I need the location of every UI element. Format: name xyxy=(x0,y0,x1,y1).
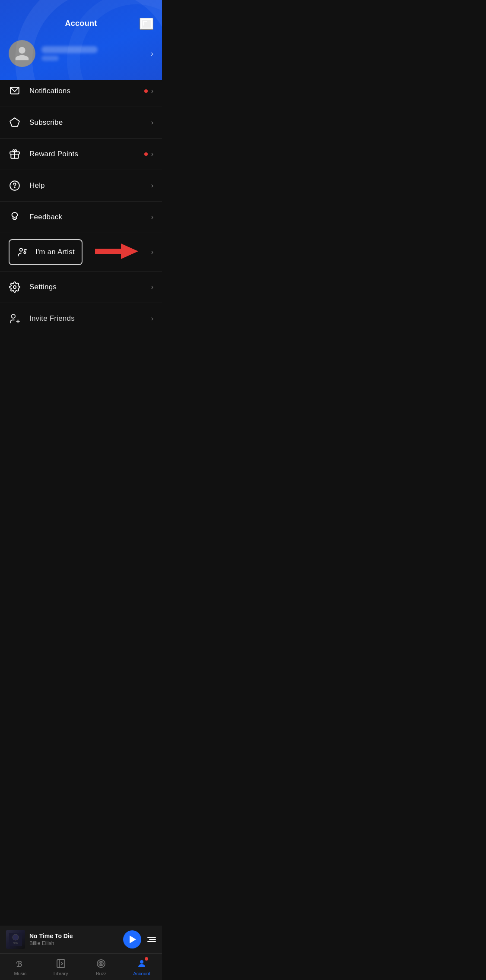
user-silhouette-icon xyxy=(14,45,30,62)
help-left: Help xyxy=(9,180,45,192)
header-section: Account › xyxy=(0,0,162,80)
menu-item-notifications[interactable]: Notifications › xyxy=(0,76,162,107)
feedback-icon xyxy=(9,211,21,223)
notifications-chevron-icon: › xyxy=(151,87,153,95)
menu-item-invite[interactable]: Invite Friends › xyxy=(0,303,162,334)
notifications-badge xyxy=(144,89,148,93)
svg-point-8 xyxy=(20,248,23,251)
subscribe-right: › xyxy=(151,119,153,126)
artist-svg xyxy=(17,247,28,258)
svg-point-13 xyxy=(13,286,16,289)
settings-label: Settings xyxy=(29,283,57,291)
menu-item-reward-points[interactable]: Reward Points › xyxy=(0,139,162,170)
scan-icon xyxy=(141,19,152,28)
menu-item-artist[interactable]: I'm an Artist › xyxy=(0,233,162,272)
subscribe-label: Subscribe xyxy=(29,118,63,127)
notifications-left: Notifications xyxy=(9,85,70,97)
invite-svg xyxy=(9,313,20,324)
artist-icon xyxy=(16,246,29,258)
profile-subtitle-blurred xyxy=(41,56,59,61)
menu-section: Notifications › Subscribe › xyxy=(0,76,162,369)
invite-right: › xyxy=(151,315,153,322)
scan-button[interactable] xyxy=(140,18,153,30)
svg-line-11 xyxy=(25,250,26,250)
help-right: › xyxy=(151,182,153,190)
menu-item-feedback[interactable]: Feedback › xyxy=(0,202,162,233)
reward-chevron-icon: › xyxy=(151,150,153,158)
help-chevron-icon: › xyxy=(151,182,153,190)
menu-item-help[interactable]: Help › xyxy=(0,170,162,202)
reward-badge xyxy=(144,152,148,156)
profile-info xyxy=(41,46,98,61)
invite-left: Invite Friends xyxy=(9,313,75,325)
page-title: Account xyxy=(65,19,97,28)
notifications-right: › xyxy=(144,87,153,95)
diamond-icon xyxy=(9,117,21,129)
subscribe-chevron-icon: › xyxy=(151,119,153,126)
artist-arrow xyxy=(95,242,138,262)
menu-item-subscribe[interactable]: Subscribe › xyxy=(0,107,162,139)
header-top: Account xyxy=(9,19,153,28)
artist-chevron-icon: › xyxy=(151,248,153,256)
bell-icon xyxy=(9,85,21,97)
help-icon xyxy=(9,180,21,192)
menu-item-settings[interactable]: Settings › xyxy=(0,272,162,303)
subscribe-svg xyxy=(9,117,20,128)
svg-marker-12 xyxy=(95,243,138,259)
profile-chevron-icon: › xyxy=(151,49,153,58)
settings-svg xyxy=(9,281,20,293)
red-arrow-icon xyxy=(95,242,138,261)
subscribe-left: Subscribe xyxy=(9,117,63,129)
feedback-chevron-icon: › xyxy=(151,213,153,221)
feedback-svg xyxy=(9,212,20,223)
settings-icon xyxy=(9,281,21,293)
gift-icon xyxy=(9,148,21,160)
artist-box: I'm an Artist xyxy=(9,239,83,265)
profile-name-blurred xyxy=(41,46,98,53)
artist-right: › xyxy=(151,248,153,256)
notification-svg xyxy=(9,85,20,97)
invite-icon xyxy=(9,313,21,325)
reward-label: Reward Points xyxy=(29,150,78,158)
svg-marker-1 xyxy=(10,118,19,126)
profile-left xyxy=(9,40,98,67)
profile-row[interactable]: › xyxy=(9,40,153,67)
invite-label: Invite Friends xyxy=(29,314,75,323)
avatar xyxy=(9,40,35,67)
feedback-left: Feedback xyxy=(9,211,62,223)
reward-svg xyxy=(9,149,20,160)
settings-right: › xyxy=(151,283,153,291)
reward-right: › xyxy=(144,150,153,158)
help-label: Help xyxy=(29,181,45,190)
notifications-label: Notifications xyxy=(29,87,70,95)
svg-point-14 xyxy=(11,314,15,318)
artist-label: I'm an Artist xyxy=(35,248,75,256)
invite-chevron-icon: › xyxy=(151,315,153,322)
settings-chevron-icon: › xyxy=(151,283,153,291)
reward-left: Reward Points xyxy=(9,148,78,160)
settings-left: Settings xyxy=(9,281,57,293)
feedback-right: › xyxy=(151,213,153,221)
help-svg xyxy=(9,180,20,191)
feedback-label: Feedback xyxy=(29,213,62,221)
